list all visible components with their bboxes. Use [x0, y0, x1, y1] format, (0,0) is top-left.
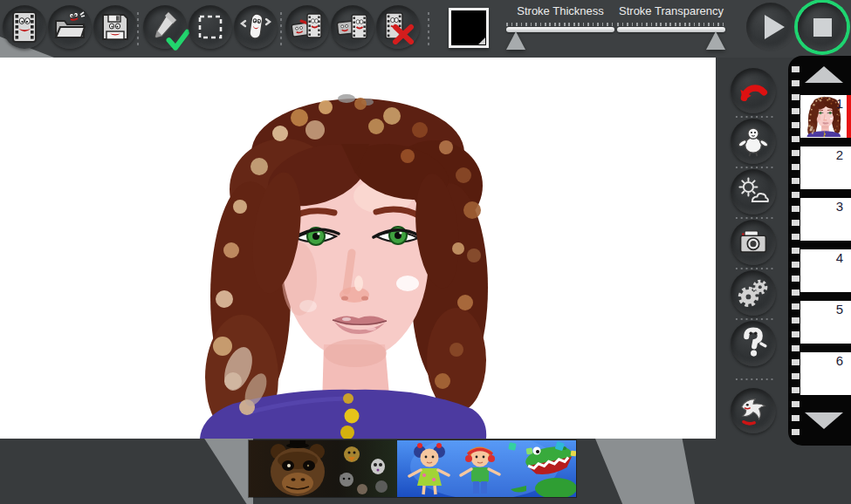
bottom-right-diagonal-accent: [590, 439, 695, 504]
frame-4[interactable]: 4: [800, 249, 851, 292]
stop-icon: [813, 18, 832, 37]
eraser-button[interactable]: [234, 5, 278, 49]
insert-frame-button[interactable]: [285, 5, 329, 49]
marquee-select-button[interactable]: [189, 5, 232, 49]
stroke-transparency-label: Stroke Transparency: [617, 4, 725, 17]
frame-5[interactable]: 5: [800, 301, 851, 344]
frame-6[interactable]: 6: [800, 352, 851, 395]
frame-number: 3: [836, 199, 843, 214]
penguin-character-icon: [736, 124, 771, 159]
ad-banner[interactable]: [249, 440, 576, 497]
stroke-thickness-slider: Stroke Thickness: [506, 4, 614, 32]
frame-number: 2: [836, 147, 843, 162]
sun-cloud-icon: [736, 174, 771, 209]
slider-tick-marks: [617, 23, 725, 26]
filmstrip-panel: 1 2 3 4 5 6: [788, 56, 851, 446]
delete-frame-icon: [381, 10, 415, 44]
drawing-canvas[interactable]: [0, 58, 716, 439]
frame-number: 4: [836, 250, 843, 265]
undo-arc-icon: [735, 72, 772, 109]
toolbar-separator: [136, 10, 140, 47]
save-project-icon: [98, 10, 133, 44]
new-animation-button[interactable]: [3, 5, 46, 49]
delete-frame-button[interactable]: [376, 5, 420, 49]
help-button[interactable]: [731, 321, 776, 366]
gears-icon: [736, 276, 771, 310]
frame-number: 5: [836, 302, 843, 317]
play-icon: [765, 15, 785, 39]
stroke-transparency-track[interactable]: [617, 27, 725, 32]
stop-button[interactable]: [798, 3, 847, 51]
selected-frame-marker: [847, 95, 851, 138]
duplicate-frame-icon: [335, 10, 370, 44]
frame-3[interactable]: 3: [800, 198, 851, 241]
scroll-up-arrow-icon[interactable]: [805, 66, 843, 83]
open-project-button[interactable]: [48, 5, 92, 49]
question-help-icon: [736, 326, 771, 361]
new-animation-icon: [7, 10, 42, 44]
insert-frame-icon: [290, 10, 325, 44]
share-button[interactable]: [731, 388, 776, 433]
bottom-left-diagonal-accent: [199, 439, 253, 504]
stroke-transparency-slider: Stroke Transparency: [617, 4, 725, 32]
pen-tool-icon: [148, 10, 182, 44]
toolbar-separator: [427, 10, 430, 47]
character-button[interactable]: [731, 119, 776, 164]
camera-icon: [736, 225, 771, 260]
color-swatch[interactable]: [449, 8, 489, 48]
background-button[interactable]: [731, 169, 776, 215]
swatch-dropdown-icon: [478, 37, 485, 44]
scroll-down-arrow-icon[interactable]: [805, 412, 843, 429]
shark-swoosh-icon: [736, 393, 771, 428]
portrait-artwork: [196, 92, 493, 439]
stroke-transparency-handle[interactable]: [706, 31, 725, 50]
top-toolbar: Stroke Thickness Stroke Transparency: [0, 0, 851, 58]
play-button[interactable]: [746, 3, 795, 51]
ad-banner-image: [249, 440, 576, 497]
marquee-select-icon: [193, 10, 228, 44]
eraser-icon: [238, 10, 273, 44]
toolbar-separator: [279, 10, 283, 47]
frame-2[interactable]: 2: [800, 146, 851, 189]
sidebar-separator: [734, 378, 774, 381]
stroke-thickness-handle[interactable]: [506, 31, 525, 50]
undo-button[interactable]: [731, 68, 776, 113]
frame-number: 1: [836, 96, 843, 111]
duplicate-frame-button[interactable]: [331, 5, 374, 49]
film-perforations: [792, 66, 800, 435]
stroke-thickness-track[interactable]: [506, 27, 614, 32]
frame-1[interactable]: 1: [800, 95, 851, 138]
slider-tick-marks: [506, 23, 614, 26]
open-project-icon: [52, 10, 87, 44]
pen-tool-button[interactable]: [143, 5, 187, 49]
animatronic-bear-ad-art: [249, 440, 397, 497]
settings-button[interactable]: [731, 270, 776, 316]
cartoon-kids-dino-ad-art: [397, 440, 576, 497]
animation-app-window: Stroke Thickness Stroke Transparency: [0, 0, 851, 504]
save-project-button[interactable]: [93, 5, 137, 49]
camera-button[interactable]: [731, 220, 776, 265]
frame-number: 6: [836, 353, 843, 368]
stroke-thickness-label: Stroke Thickness: [506, 4, 614, 17]
